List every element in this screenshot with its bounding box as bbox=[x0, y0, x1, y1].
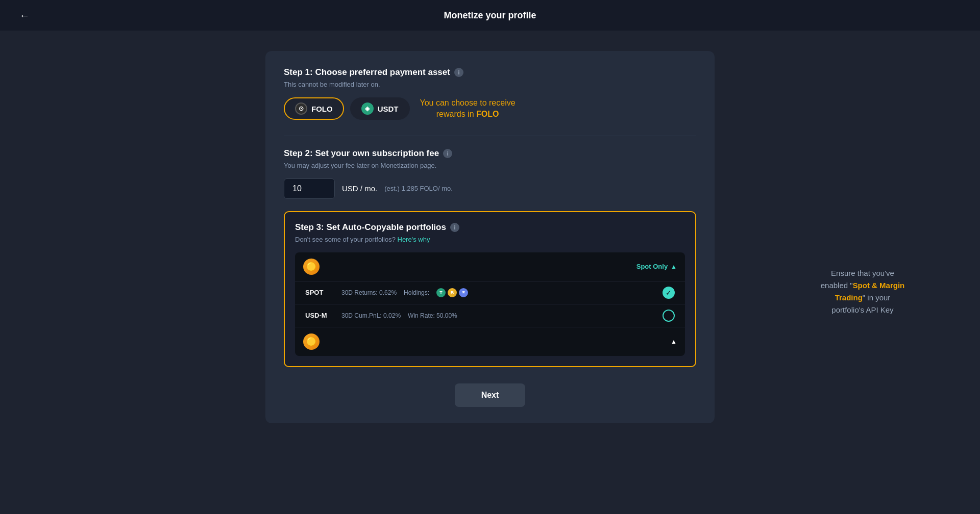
step3-header: Step 3: Set Auto-Copyable portfolios i D… bbox=[295, 222, 685, 243]
asset-button-group: ⊙ FOLO ◈ USDT bbox=[284, 97, 410, 120]
spot-row-left: SPOT 30D Returns: 0.62% Holdings: T B Ξ bbox=[305, 288, 468, 297]
divider1 bbox=[284, 136, 696, 136]
spot-stats: 30D Returns: 0.62% Holdings: T B Ξ bbox=[341, 288, 468, 297]
spot-check-indicator[interactable]: ✓ bbox=[663, 287, 675, 299]
step1-title: Step 1: Choose preferred payment asset i bbox=[284, 67, 696, 78]
usdt-coin-icon: ◈ bbox=[361, 102, 374, 115]
step1-section: Step 1: Choose preferred payment asset i… bbox=[284, 67, 696, 120]
portfolio-coin-icon: 🟡 bbox=[303, 259, 320, 275]
folo-button[interactable]: ⊙ FOLO bbox=[284, 97, 344, 120]
back-icon: ← bbox=[19, 10, 30, 21]
folo-coin-icon: ⊙ bbox=[295, 102, 307, 115]
page-title: Monetize your profile bbox=[444, 10, 536, 21]
top-bar: ← Monetize your profile bbox=[0, 0, 980, 31]
bnb-icon: B bbox=[448, 288, 457, 297]
usdt-button[interactable]: ◈ USDT bbox=[350, 97, 410, 120]
rewards-text: You can choose to receive rewards in FOL… bbox=[420, 97, 516, 120]
fee-input[interactable] bbox=[284, 178, 335, 199]
spot-type-label: SPOT bbox=[305, 289, 333, 296]
back-button[interactable]: ← bbox=[15, 6, 34, 25]
portfolio-block: 🟡 Spot Only ▲ SPOT 30D Returns: 0.62% Ho… bbox=[295, 252, 685, 356]
fee-row: USD / mo. (est.) 1,285 FOLO/ mo. bbox=[284, 178, 696, 199]
usdm-sub-row[interactable]: USD-M 30D Cum.PnL: 0.02% Win Rate: 50.00… bbox=[295, 304, 685, 327]
fee-estimate: (est.) 1,285 FOLO/ mo. bbox=[384, 185, 453, 192]
step1-info-icon[interactable]: i bbox=[454, 68, 463, 77]
main-content: Step 1: Choose preferred payment asset i… bbox=[0, 31, 980, 514]
step3-title: Step 3: Set Auto-Copyable portfolios i bbox=[295, 222, 685, 233]
spot-sub-row[interactable]: SPOT 30D Returns: 0.62% Holdings: T B Ξ … bbox=[295, 281, 685, 304]
tether-icon: T bbox=[436, 288, 446, 297]
main-card: Step 1: Choose preferred payment asset i… bbox=[265, 51, 715, 423]
chevron-up-icon: ▲ bbox=[671, 263, 677, 270]
step3-info-icon[interactable]: i bbox=[450, 223, 459, 232]
folo-label: FOLO bbox=[311, 105, 333, 113]
step2-subtitle: You may adjust your fee later on Monetiz… bbox=[284, 162, 696, 169]
holdings-icons: T B Ξ bbox=[436, 288, 468, 297]
usdt-label: USDT bbox=[378, 105, 399, 113]
side-text-right: Ensure that you've enabled "Spot & Margi… bbox=[806, 267, 919, 316]
usdm-circle-indicator[interactable] bbox=[663, 310, 675, 322]
step1-subtitle: This cannot be modified later on. bbox=[284, 81, 696, 88]
step3-section: Step 3: Set Auto-Copyable portfolios i D… bbox=[284, 211, 696, 367]
portfolio-bottom-row: 🟡 ▲ bbox=[295, 327, 685, 356]
spot-only-toggle[interactable]: Spot Only ▲ bbox=[636, 263, 677, 270]
usdm-stats: 30D Cum.PnL: 0.02% Win Rate: 50.00% bbox=[341, 312, 457, 319]
step3-subtitle: Don't see some of your portfolios? Here'… bbox=[295, 236, 685, 243]
heres-why-link[interactable]: Here's why bbox=[398, 236, 430, 243]
chevron-up-icon-2[interactable]: ▲ bbox=[671, 338, 677, 345]
usdm-type-label: USD-M bbox=[305, 312, 333, 319]
next-button-wrapper: Next bbox=[284, 383, 696, 407]
step2-title: Step 2: Set your own subscription fee i bbox=[284, 148, 696, 159]
step2-section: Step 2: Set your own subscription fee i … bbox=[284, 148, 696, 199]
fee-currency-label: USD / mo. bbox=[342, 184, 377, 193]
portfolio-coin-icon-2: 🟡 bbox=[303, 333, 320, 350]
eth-icon: Ξ bbox=[459, 288, 468, 297]
usdm-row-left: USD-M 30D Cum.PnL: 0.02% Win Rate: 50.00… bbox=[305, 312, 457, 319]
portfolio-top-row: 🟡 Spot Only ▲ bbox=[295, 252, 685, 281]
step2-info-icon[interactable]: i bbox=[443, 149, 452, 158]
next-button[interactable]: Next bbox=[455, 383, 526, 407]
